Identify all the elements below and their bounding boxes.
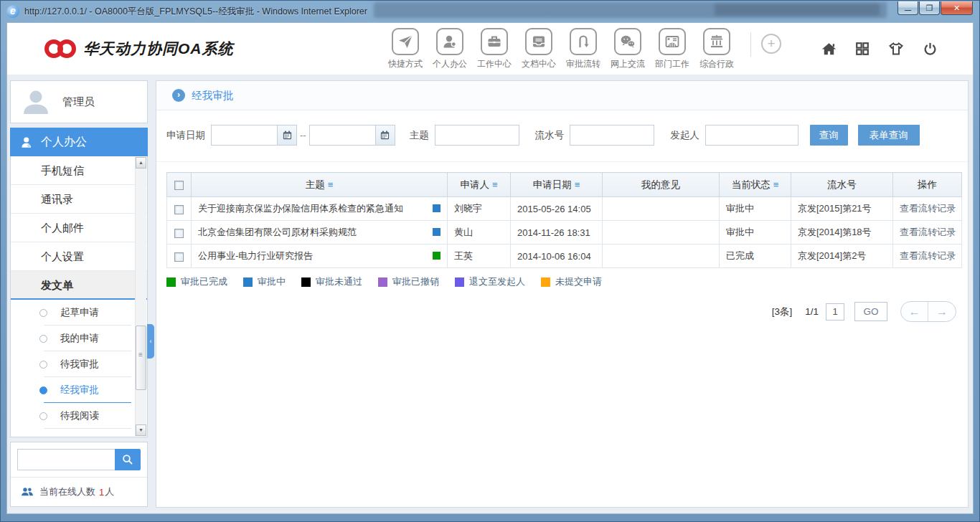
row-subject-link[interactable]: 北京金信集团有限公司原材料采购规范 — [198, 227, 357, 237]
total-count: [3条] — [772, 305, 793, 318]
legend-item: 审批中 — [243, 275, 286, 288]
sidebar-item-dispatch[interactable]: 发文单 — [11, 271, 147, 300]
sidebar-section-personal-office[interactable]: 个人办公 — [10, 128, 148, 156]
page-number-input[interactable] — [826, 303, 844, 321]
col-serial: 流水号 — [791, 173, 893, 197]
app-body: 管理员 个人办公 手机短信 通讯录 个人邮件 个人设置 发文单 — [7, 75, 973, 513]
calendar-icon[interactable] — [375, 125, 395, 146]
person-icon — [20, 136, 34, 149]
sidebar-subitem-draft[interactable]: 起草申请 — [11, 300, 147, 326]
app-header: 华天动力协同OA系统 快捷方式 个人办公 — [7, 23, 973, 75]
nav-item-administration[interactable]: 综合行政 — [696, 28, 738, 70]
u-turn-arrows-icon — [570, 28, 597, 55]
row-checkbox[interactable] — [174, 229, 184, 238]
nav-item-approval-flow[interactable]: 审批流转 — [562, 28, 604, 70]
row-subject-link[interactable]: 公用事业-电力行业研究报告 — [198, 250, 313, 261]
next-page-icon[interactable]: → — [928, 302, 956, 321]
nav-item-department-work[interactable]: 部门工作 — [651, 28, 693, 70]
prev-page-icon[interactable]: ← — [901, 302, 928, 321]
restore-button[interactable]: ❐ — [919, 1, 940, 15]
row-date: 2014-11-26 18:31 — [511, 221, 603, 245]
legend-color-icon — [301, 277, 311, 287]
legend-color-icon — [166, 277, 176, 287]
sidebar-subitem-my-applications[interactable]: 我的申请 — [11, 326, 147, 351]
briefcase-icon — [481, 28, 508, 55]
scrollbar-thumb[interactable] — [136, 326, 146, 390]
sort-icon[interactable]: ≡ — [773, 179, 779, 190]
nav-label: 快捷方式 — [388, 58, 423, 70]
col-applicant[interactable]: 申请人≡ — [448, 173, 511, 197]
online-count: 1 — [99, 487, 104, 498]
sidebar-subitem-pending-approval[interactable]: 待我审批 — [11, 351, 147, 377]
sidebar-item-mail[interactable]: 个人邮件 — [11, 214, 147, 242]
main-nav: 快捷方式 个人办公 工作中心 — [385, 28, 781, 70]
nav-item-shortcuts[interactable]: 快捷方式 — [385, 28, 426, 70]
col-status[interactable]: 当前状态≡ — [720, 173, 791, 197]
add-module-icon[interactable]: + — [761, 34, 781, 54]
theme-shirt-icon[interactable] — [887, 40, 905, 57]
col-subject[interactable]: 主题≡ — [192, 173, 448, 197]
home-icon[interactable] — [821, 41, 837, 57]
radio-icon — [39, 386, 47, 394]
pagination: [3条] 1/1 GO ← → — [156, 301, 956, 322]
search-button[interactable]: 查询 — [810, 125, 848, 146]
legend-color-icon — [455, 277, 464, 287]
date-from-input[interactable] — [211, 125, 277, 146]
user-name: 管理员 — [62, 95, 95, 109]
col-date[interactable]: 申请日期≡ — [511, 173, 603, 197]
view-flow-record-link[interactable]: 查看流转记录 — [900, 203, 956, 214]
sidebar-subitem-to-read[interactable]: 待我阅读 — [11, 403, 147, 429]
select-all-checkbox[interactable] — [174, 181, 184, 190]
subject-input[interactable] — [435, 125, 519, 146]
nav-item-personal-office[interactable]: 个人办公 — [429, 28, 471, 70]
window-title: http://127.0.0.1/ - OA8000平台版_FPLMYSQL5-… — [24, 6, 367, 18]
power-icon[interactable] — [922, 41, 938, 57]
sidebar-scrollbar[interactable]: ▲ ▼ — [135, 157, 146, 436]
row-checkbox[interactable] — [174, 205, 184, 214]
nav-item-document-center[interactable]: 文档中心 — [518, 28, 560, 70]
nav-label: 个人办公 — [433, 58, 467, 70]
sort-icon[interactable]: ≡ — [575, 179, 580, 190]
serial-input[interactable] — [570, 125, 654, 146]
col-opinion: 我的意见 — [603, 173, 720, 197]
initiator-filter-label: 发起人 — [670, 129, 699, 142]
page-title: 经我审批 — [192, 89, 233, 103]
filter-bar: 申请日期 -- 主题 — [156, 110, 968, 162]
row-checkbox[interactable] — [174, 252, 184, 262]
table-row: 关于迎接南京保监办保险信用体系检查的紧急通知 刘晓宇 2015-05-26 14… — [167, 197, 962, 221]
row-subject-link[interactable]: 关于迎接南京保监办保险信用体系检查的紧急通知 — [198, 203, 403, 214]
nav-label: 文档中心 — [522, 58, 556, 70]
sidebar-item-contacts[interactable]: 通讯录 — [11, 185, 147, 214]
status-flag-icon — [433, 204, 440, 212]
sidebar-subitem-approved-by-me[interactable]: 经我审批 — [11, 377, 147, 403]
approval-table: 主题≡ 申请人≡ 申请日期≡ 我的意见 当前状态≡ 流水号 操作 — [166, 172, 958, 268]
sidebar-item-settings[interactable]: 个人设置 — [11, 242, 147, 271]
nav-item-online-communication[interactable]: 网上交流 — [607, 28, 649, 70]
nav-item-work-center[interactable]: 工作中心 — [473, 28, 515, 70]
apps-grid-icon[interactable] — [854, 41, 870, 57]
search-button[interactable] — [115, 449, 141, 470]
close-button[interactable]: ✕ — [941, 1, 973, 15]
scroll-up-icon[interactable]: ▲ — [136, 157, 146, 169]
scroll-down-icon[interactable]: ▼ — [136, 424, 146, 436]
sort-icon[interactable]: ≡ — [492, 179, 498, 190]
app-logo: 华天动力协同OA系统 — [44, 39, 260, 59]
online-suffix: 人 — [105, 485, 114, 498]
initiator-input[interactable] — [705, 125, 798, 146]
date-to-input[interactable] — [309, 125, 375, 146]
legend-item: 审批未通过 — [301, 275, 362, 288]
calendar-icon[interactable] — [277, 125, 297, 146]
row-opinion — [603, 245, 720, 268]
view-flow-record-link[interactable]: 查看流转记录 — [900, 250, 956, 261]
view-flow-record-link[interactable]: 查看流转记录 — [900, 227, 956, 237]
go-button[interactable]: GO — [854, 302, 887, 321]
form-search-button[interactable]: 表单查询 — [858, 125, 920, 146]
search-icon — [121, 453, 134, 466]
minimize-button[interactable]: — — [897, 1, 918, 15]
sort-icon[interactable]: ≡ — [328, 179, 334, 190]
sidebar-collapse-handle[interactable]: ‹ — [147, 324, 154, 359]
sidebar-search-input[interactable] — [17, 449, 115, 470]
paper-plane-icon — [392, 28, 419, 55]
table-row: 公用事业-电力行业研究报告 王英 2014-10-06 16:04 已完成 京发… — [167, 245, 962, 268]
sidebar-item-sms[interactable]: 手机短信 — [11, 156, 147, 185]
